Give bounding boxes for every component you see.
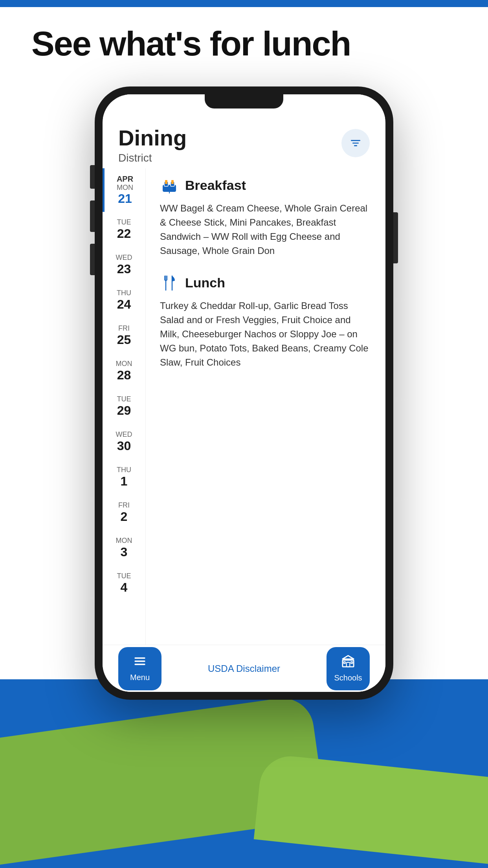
filter-button[interactable]	[341, 129, 370, 157]
bottom-bar-inner: Menu USDA Disclaimer	[118, 647, 370, 690]
date-day-num: 23	[117, 262, 131, 276]
main-content: Apr MON 21 TUE 22 WED 23 THU 24 FRI 25 M…	[103, 168, 385, 645]
schools-nav-button[interactable]: Schools	[327, 647, 370, 690]
toaster-icon	[160, 176, 179, 195]
menu-nav-label: Menu	[130, 673, 150, 682]
date-day-name: MON	[117, 184, 133, 192]
date-item-22[interactable]: TUE 22	[103, 212, 145, 247]
schools-nav-label: Schools	[334, 673, 362, 682]
date-day-num: 25	[117, 333, 131, 347]
date-day-name: WED	[116, 254, 132, 262]
date-item-28[interactable]: MON 28	[103, 353, 145, 389]
app-subtitle: District	[118, 152, 187, 164]
menu-nav-button[interactable]: Menu	[118, 647, 161, 690]
date-item-24[interactable]: THU 24	[103, 283, 145, 318]
svg-rect-17	[347, 662, 350, 667]
app-title: Dining	[118, 126, 187, 150]
date-day-num: 2	[121, 509, 128, 524]
date-sidebar: Apr MON 21 TUE 22 WED 23 THU 24 FRI 25 M…	[103, 168, 146, 645]
date-day-num: 30	[117, 439, 131, 453]
date-day-name: FRI	[118, 501, 130, 509]
phone-notch	[205, 94, 283, 108]
svg-rect-19	[351, 662, 352, 663]
app-header: Dining District	[103, 118, 385, 168]
date-day-num: 22	[117, 226, 131, 241]
meal-description-lunch: Turkey & Cheddar Roll-up, Garlic Bread T…	[160, 299, 371, 370]
phone-button-vol-down	[90, 244, 95, 275]
meal-description-breakfast: WW Bagel & Cream Cheese, Whole Grain Cer…	[160, 201, 371, 258]
date-day-num: 28	[117, 368, 131, 383]
date-day-name: THU	[117, 289, 131, 297]
date-day-num: 24	[117, 297, 131, 312]
date-day-name: WED	[116, 430, 132, 439]
menu-icon	[134, 655, 146, 671]
date-item-1[interactable]: THU 1	[103, 460, 145, 495]
date-item-25[interactable]: FRI 25	[103, 318, 145, 353]
svg-rect-18	[344, 662, 345, 663]
meal-section-lunch: Lunch Turkey & Cheddar Roll-up, Garlic B…	[160, 274, 371, 370]
date-day-num: 3	[121, 545, 128, 559]
date-day-name: FRI	[118, 324, 130, 333]
bottom-bar: Menu USDA Disclaimer	[103, 645, 385, 692]
phone-frame: Dining District Apr MON 21	[95, 86, 393, 700]
date-day-name: MON	[116, 360, 132, 368]
meal-header-breakfast: Breakfast	[160, 176, 371, 195]
date-item-3[interactable]: MON 3	[103, 530, 145, 566]
date-day-name: THU	[117, 466, 131, 474]
header-text: Dining District	[118, 126, 187, 164]
fork-knife-icon	[160, 274, 179, 292]
date-item-23[interactable]: WED 23	[103, 247, 145, 283]
schools-icon	[341, 655, 355, 671]
date-day-name: TUE	[117, 218, 131, 226]
phone-button-vol-up	[90, 200, 95, 232]
date-month: Apr	[117, 175, 133, 184]
fork-knife-svg	[162, 274, 177, 292]
phone-button-power	[393, 212, 398, 263]
phone-screen: Dining District Apr MON 21	[103, 94, 385, 692]
date-day-num: 1	[121, 474, 128, 489]
svg-rect-7	[171, 180, 174, 184]
menu-content: Breakfast WW Bagel & Cream Cheese, Whole…	[146, 168, 385, 645]
date-day-num: 29	[117, 403, 131, 418]
date-item-30[interactable]: WED 30	[103, 424, 145, 460]
date-item-29[interactable]: TUE 29	[103, 389, 145, 424]
date-day-name: TUE	[117, 395, 131, 403]
date-day-num: 4	[121, 580, 128, 595]
phone-button-vol-silent	[90, 165, 95, 189]
filter-icon	[349, 137, 362, 149]
usda-disclaimer-link[interactable]: USDA Disclaimer	[208, 663, 280, 674]
meal-section-breakfast: Breakfast WW Bagel & Cream Cheese, Whole…	[160, 176, 371, 258]
app-content: Dining District Apr MON 21	[103, 118, 385, 692]
top-bar	[0, 0, 488, 7]
meal-title-breakfast: Breakfast	[185, 178, 246, 193]
meal-title-lunch: Lunch	[185, 275, 225, 291]
svg-rect-6	[165, 180, 167, 184]
meal-header-lunch: Lunch	[160, 274, 371, 292]
date-item-4[interactable]: TUE 4	[103, 566, 145, 601]
date-item-2[interactable]: FRI 2	[103, 495, 145, 530]
date-day-name: TUE	[117, 572, 131, 580]
page-title: See what's for lunch	[31, 24, 350, 64]
status-bar	[103, 94, 385, 118]
date-day-num: 21	[118, 192, 132, 206]
date-day-name: MON	[116, 537, 132, 545]
toaster-svg	[161, 177, 178, 194]
date-item-21[interactable]: Apr MON 21	[103, 168, 145, 212]
